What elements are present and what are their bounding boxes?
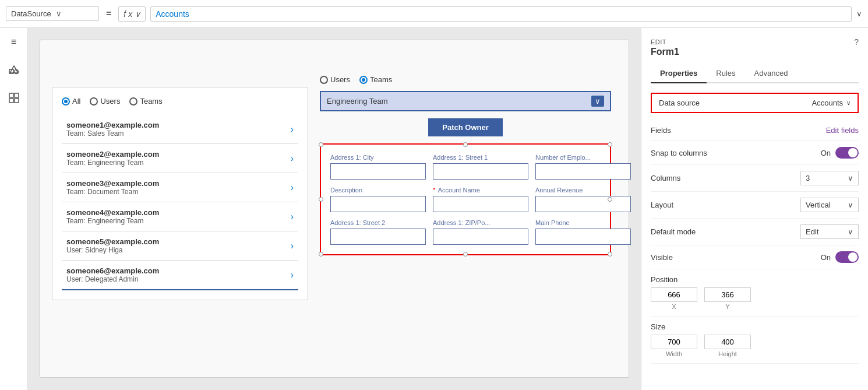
canvas-area: All Users Teams someone1@example.com bbox=[28, 28, 641, 390]
field-input-annual-revenue[interactable] bbox=[535, 196, 631, 212]
data-source-select[interactable]: Accounts ∨ bbox=[812, 99, 851, 107]
user-team: User: Sidney Higa bbox=[66, 246, 159, 254]
right-panel: EDIT ? Form1 Properties Rules Advanced D… bbox=[641, 28, 868, 390]
resize-handle-top-left[interactable] bbox=[319, 142, 323, 147]
help-icon[interactable]: ? bbox=[854, 37, 859, 47]
field-address-street2: Address 1: Street 2 bbox=[330, 219, 426, 245]
top-radio-group: All Users Teams bbox=[62, 97, 298, 106]
resize-handle-top-right[interactable] bbox=[608, 142, 612, 147]
field-input-address-street1[interactable] bbox=[433, 163, 528, 180]
chevron-right-icon: › bbox=[291, 153, 294, 164]
layout-label: Layout bbox=[651, 201, 673, 209]
snap-label: Snap to columns bbox=[651, 149, 707, 157]
position-x-label: X bbox=[651, 303, 697, 310]
resize-handle-bottom-center[interactable] bbox=[463, 252, 468, 257]
visible-value-label: On bbox=[821, 253, 831, 262]
field-main-phone: Main Phone bbox=[535, 219, 631, 245]
field-zip: Address 1: ZIP/Po... bbox=[433, 219, 528, 245]
resize-handle-bottom-right[interactable] bbox=[608, 252, 612, 257]
components-icon bbox=[9, 93, 19, 103]
data-source-row: Data source Accounts ∨ bbox=[651, 93, 859, 113]
fx-button[interactable]: fx ∨ bbox=[118, 6, 146, 22]
user-info: someone2@example.com Team: Engineering T… bbox=[66, 150, 159, 167]
position-x-input[interactable] bbox=[651, 287, 697, 302]
list-item[interactable]: someone2@example.com Team: Engineering T… bbox=[62, 144, 298, 173]
fields-row: Fields Edit fields bbox=[651, 120, 859, 141]
chevron-right-icon: › bbox=[291, 124, 294, 135]
list-item[interactable]: someone5@example.com User: Sidney Higa › bbox=[62, 231, 298, 261]
user-email: someone1@example.com bbox=[66, 121, 159, 129]
main-layout: ≡ All bbox=[0, 28, 868, 390]
chevron-right-icon: › bbox=[291, 241, 294, 251]
field-input-address-city[interactable] bbox=[330, 163, 426, 180]
tab-rules[interactable]: Rules bbox=[707, 64, 744, 83]
size-width-input[interactable] bbox=[651, 335, 697, 349]
radio-teams-label: Teams bbox=[140, 97, 162, 106]
field-input-num-employees[interactable] bbox=[535, 163, 631, 180]
field-label-main-phone: Main Phone bbox=[535, 219, 631, 226]
default-mode-label: Default mode bbox=[651, 227, 696, 236]
sidebar-icon-components[interactable] bbox=[5, 89, 23, 107]
sidebar-icon-menu[interactable]: ≡ bbox=[5, 33, 23, 51]
layout-caret-icon: ∨ bbox=[848, 201, 853, 209]
columns-value: 3 bbox=[806, 174, 810, 182]
radio-circle-teams bbox=[129, 97, 137, 106]
sidebar-icon-shapes[interactable] bbox=[5, 61, 23, 79]
edit-fields-link[interactable]: Edit fields bbox=[826, 126, 859, 135]
columns-row: Columns 3 ∨ bbox=[651, 165, 859, 192]
datasource-caret: ∨ bbox=[56, 9, 94, 18]
radio-users[interactable]: Users bbox=[90, 97, 120, 106]
chevron-right-icon: › bbox=[291, 270, 294, 280]
size-row: Size Width Height bbox=[651, 317, 859, 364]
chevron-right-icon: › bbox=[291, 182, 294, 193]
user-list: someone1@example.com Team: Sales Team › … bbox=[62, 115, 298, 290]
form-radio-circle-teams bbox=[359, 76, 368, 84]
field-account-name: * Account Name bbox=[433, 187, 528, 212]
fx-caret: ∨ bbox=[135, 9, 140, 19]
radio-all[interactable]: All bbox=[62, 97, 80, 106]
resize-handle-top-center[interactable] bbox=[463, 142, 468, 147]
form-radio-users[interactable]: Users bbox=[320, 75, 350, 84]
form-panel: Users Teams Engineering Team ∨ Patch Own… bbox=[320, 75, 611, 255]
visible-value-group: On bbox=[821, 251, 859, 263]
field-input-description[interactable] bbox=[330, 196, 426, 212]
columns-caret-icon: ∨ bbox=[848, 174, 853, 182]
form-radio-teams[interactable]: Teams bbox=[359, 75, 392, 84]
field-description: Description bbox=[330, 187, 426, 212]
list-item[interactable]: someone6@example.com User: Delegated Adm… bbox=[62, 261, 298, 290]
radio-teams[interactable]: Teams bbox=[129, 97, 162, 106]
dropdown-caret-icon: ∨ bbox=[591, 96, 604, 107]
field-input-zip[interactable] bbox=[433, 229, 528, 245]
datasource-dropdown[interactable]: DataSource ∨ bbox=[6, 6, 99, 21]
resize-handle-mid-left[interactable] bbox=[319, 197, 323, 202]
svg-rect-4 bbox=[15, 93, 19, 97]
visible-toggle[interactable] bbox=[835, 251, 859, 263]
tab-properties[interactable]: Properties bbox=[651, 64, 707, 83]
tab-advanced[interactable]: Advanced bbox=[745, 64, 798, 83]
default-mode-row: Default mode Edit ∨ bbox=[651, 219, 859, 245]
field-input-main-phone[interactable] bbox=[535, 229, 631, 245]
default-mode-dropdown[interactable]: Edit ∨ bbox=[800, 224, 859, 239]
formula-bar[interactable]: Accounts bbox=[150, 6, 852, 22]
field-label-description: Description bbox=[330, 187, 426, 194]
position-y-input[interactable] bbox=[704, 287, 751, 302]
list-item[interactable]: someone1@example.com Team: Sales Team › bbox=[62, 115, 298, 144]
user-team: Team: Document Team bbox=[66, 188, 159, 196]
team-dropdown[interactable]: Engineering Team ∨ bbox=[320, 91, 611, 111]
layout-dropdown[interactable]: Vertical ∨ bbox=[800, 198, 859, 212]
list-item[interactable]: someone3@example.com Team: Document Team… bbox=[62, 173, 298, 202]
size-height-input[interactable] bbox=[704, 335, 751, 349]
resize-handle-bottom-left[interactable] bbox=[319, 252, 323, 257]
data-source-value: Accounts bbox=[812, 99, 843, 107]
field-input-account-name[interactable] bbox=[433, 196, 528, 212]
field-input-address-street2[interactable] bbox=[330, 229, 426, 245]
user-email: someone6@example.com bbox=[66, 266, 159, 275]
fields-label: Fields bbox=[651, 126, 671, 135]
resize-handle-mid-right[interactable] bbox=[608, 197, 612, 202]
snap-to-columns-row: Snap to columns On bbox=[651, 141, 859, 165]
list-item[interactable]: someone4@example.com Team: Engineering T… bbox=[62, 202, 298, 231]
snap-toggle[interactable] bbox=[835, 147, 859, 159]
columns-dropdown[interactable]: 3 ∨ bbox=[800, 171, 859, 185]
visible-row: Visible On bbox=[651, 245, 859, 269]
patch-owner-button[interactable]: Patch Owner bbox=[428, 118, 502, 136]
